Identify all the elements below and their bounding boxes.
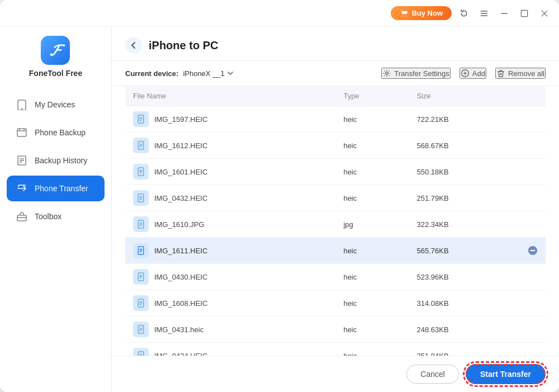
trash-icon [496,69,505,78]
transfer-settings-button[interactable]: Transfer Settings [381,68,451,79]
file-size: 351.84KB [409,343,520,356]
row-action-cell [520,290,546,317]
maximize-button[interactable] [517,6,532,21]
file-size: 322.34KB [409,211,520,238]
sidebar-item-toolbox[interactable]: Toolbox [7,204,105,229]
sidebar-item-phone-backup[interactable]: Phone Backup [7,120,105,145]
table-row[interactable]: IMG_1601.HEIC heic 550.18KB [125,159,546,185]
svg-rect-58 [138,352,144,356]
file-icon [133,216,149,232]
table-row[interactable]: IMG_1611.HEIC heic 565.76KB [125,238,546,264]
toolbar-actions: Transfer Settings Add [381,68,546,79]
col-size: Size [409,86,520,106]
file-size: 251.79KB [409,185,520,211]
file-name: IMG_1612.HEIC [154,141,207,150]
logo: 𝓕 [41,36,70,65]
transfer-settings-label: Transfer Settings [394,69,449,78]
buy-now-button[interactable]: Buy Now [391,6,452,20]
svg-rect-4 [521,10,527,16]
row-action-cell [520,211,546,238]
file-size: 248.63KB [409,317,520,343]
file-icon [133,295,149,311]
file-icon [133,269,149,285]
rotate-button[interactable] [456,6,472,21]
file-icon [133,138,149,153]
transfer-icon [16,182,28,195]
remove-row-button[interactable] [528,245,538,256]
svg-rect-45 [530,250,536,251]
sidebar-item-my-devices[interactable]: My Devices [7,92,105,117]
file-size: 523.96KB [409,264,520,290]
file-type: heic [335,185,409,211]
add-button[interactable]: Add [459,68,486,79]
file-icon [133,111,149,127]
menu-button[interactable] [476,6,492,21]
svg-rect-3 [501,13,507,14]
table-row[interactable]: IMG_0431.heic heic 248.63KB [125,317,546,343]
table-row[interactable]: IMG_0434.HEIC heic 351.84KB [125,343,546,356]
device-label: Current device: [125,69,178,78]
file-name: IMG_0430.HEIC [154,273,207,281]
table-row[interactable]: IMG_1610.JPG jpg 322.34KB [125,211,546,238]
file-name: IMG_1601.HEIC [154,168,207,176]
backup-icon [16,126,28,139]
minimize-button[interactable] [496,6,512,21]
device-dropdown[interactable]: iPhoneX __1 [183,69,233,78]
file-type: heic [335,133,409,159]
table-row[interactable]: IMG_0432.HEIC heic 251.79KB [125,185,546,211]
remove-all-button[interactable]: Remove all [495,68,546,79]
logo-area: 𝓕 FoneTool Free [29,36,82,78]
file-name: IMG_1611.HEIC [154,247,207,255]
history-icon [16,154,28,167]
table-body: IMG_1597.HEIC heic 722.21KB IMG_1612.HEI… [125,106,546,356]
file-icon [133,322,149,337]
file-name-cell: IMG_0432.HEIC [125,185,335,211]
cancel-button[interactable]: Cancel [406,365,459,384]
sidebar-item-backup-history[interactable]: Backup History [7,148,105,173]
file-table-container: File Name Type Size [112,86,559,356]
file-size: 568.67KB [409,133,520,159]
file-size: 314.08KB [409,290,520,317]
file-type: heic [335,264,409,290]
table-row[interactable]: IMG_0430.HEIC heic 523.96KB [125,264,546,290]
add-icon [461,69,470,78]
page-title: iPhone to PC [149,39,218,52]
back-button[interactable] [125,37,142,54]
sidebar-item-label: Toolbox [35,212,61,221]
svg-point-14 [386,72,389,75]
app-window: Buy Now 𝓕 [0,0,559,392]
toolbar: Current device: iPhoneX __1 [112,61,559,86]
table-row[interactable]: IMG_1597.HEIC heic 722.21KB [125,106,546,133]
file-icon [133,243,149,258]
file-name: IMG_0431.heic [154,325,203,334]
file-name-cell: IMG_1612.HEIC [125,133,335,159]
start-transfer-button[interactable]: Start Transfer [466,364,546,384]
file-icon [133,164,149,180]
file-name: IMG_0434.HEIC [154,352,207,356]
file-name: IMG_1597.HEIC [154,115,207,124]
svg-rect-0 [481,11,488,12]
file-type: heic [335,159,409,185]
svg-rect-2 [481,15,488,16]
table-row[interactable]: IMG_1608.HEIC heic 314.08KB [125,290,546,317]
cart-icon [400,9,408,17]
device-selector: Current device: iPhoneX __1 [125,69,234,78]
close-button[interactable] [537,6,552,21]
chevron-down-icon [227,70,234,77]
row-action-cell [520,133,546,159]
table-row[interactable]: IMG_1612.HEIC heic 568.67KB [125,133,546,159]
file-name-cell: IMG_0431.heic [125,317,335,343]
file-type: heic [335,290,409,317]
sidebar-item-phone-transfer[interactable]: Phone Transfer [7,176,105,201]
sidebar-item-label: Backup History [35,156,87,165]
footer: Cancel Start Transfer [112,356,559,392]
remove-all-label: Remove all [508,69,544,78]
buy-now-label: Buy Now [411,9,443,17]
svg-rect-7 [17,129,26,136]
file-type: jpg [335,211,409,238]
file-size: 550.18KB [409,159,520,185]
file-type: heic [335,343,409,356]
col-filename: File Name [125,86,335,106]
svg-rect-12 [17,215,26,221]
file-name-cell: IMG_0430.HEIC [125,264,335,290]
